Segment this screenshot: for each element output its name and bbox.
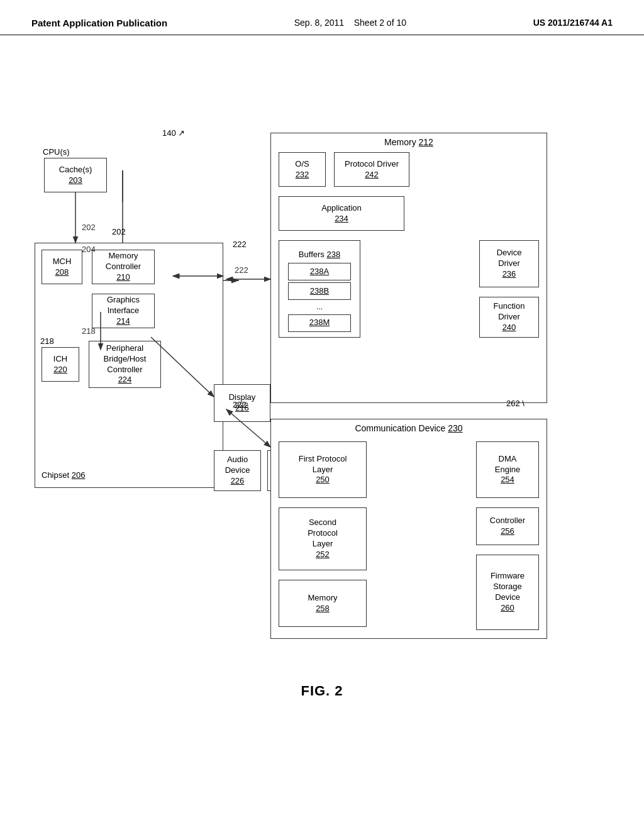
- ich-box: ICH 220: [42, 347, 79, 382]
- buffers-box: Buffers 238 238A 238B ... 238M: [279, 240, 360, 338]
- memory258-box: Memory 258: [279, 580, 367, 627]
- buf-238b: 238B: [288, 282, 351, 300]
- ref-262: 262 \: [506, 399, 525, 408]
- page-header: Patent Application Publication Sep. 8, 2…: [0, 0, 644, 35]
- audio-box: Audio Device 226: [214, 450, 261, 491]
- protocol-driver-box: Protocol Driver 242: [334, 152, 409, 187]
- svg-text:222: 222: [235, 265, 248, 275]
- buf-238a: 238A: [288, 263, 351, 280]
- svg-text:202: 202: [82, 223, 96, 232]
- os-box: O/S 232: [279, 152, 326, 187]
- mch-box: MCH 208: [42, 250, 82, 284]
- header-left: Patent Application Publication: [31, 18, 167, 28]
- diagram-area: 140 ↗ CPU(s) Cache(s) 203 202 204 MCH 20…: [0, 48, 644, 664]
- header-right: US 2011/216744 A1: [533, 18, 613, 28]
- second-proto-box: Second Protocol Layer 252: [279, 507, 367, 570]
- ref-202: 202: [112, 227, 126, 236]
- memory-controller-box: Memory Controller 210: [92, 250, 155, 284]
- func-driver-box: Function Driver 240: [479, 297, 539, 338]
- cache-box: Cache(s) 203: [44, 158, 107, 192]
- comm-device-title: Communication Device 230: [271, 423, 547, 433]
- header-center: Sep. 8, 2011 Sheet 2 of 10: [294, 18, 406, 28]
- cpu-label: CPU(s): [43, 147, 70, 157]
- memory212-title: Memory 212: [271, 137, 547, 147]
- memory212-outer-box: Memory 212 O/S 232 Protocol Driver 242 A…: [270, 133, 547, 403]
- controller256-box: Controller 256: [476, 507, 539, 545]
- ref-222a: 222: [233, 240, 247, 249]
- chipset-outer-box: MCH 208 Memory Controller 210 Graphics I…: [35, 243, 223, 488]
- ref-222b: 222: [233, 400, 247, 409]
- comm-device-outer-box: Communication Device 230 First Protocol …: [270, 419, 547, 639]
- fig-caption: FIG. 2: [0, 683, 644, 699]
- peripheral-box: Peripheral Bridge/Host Controller 224: [89, 341, 161, 388]
- ref-218: 218: [40, 336, 54, 346]
- buf-238m: 238M: [288, 314, 351, 332]
- device-driver-box: Device Driver 236: [479, 240, 539, 287]
- ref-140: 140 ↗: [162, 128, 185, 138]
- graphics-interface-box: Graphics Interface 214: [92, 294, 155, 328]
- chipset-label: Chipset 206: [42, 470, 85, 480]
- first-proto-box: First Protocol Layer 250: [279, 441, 367, 498]
- firmware-box: Firmware Storage Device 260: [476, 555, 539, 630]
- application-box: Application 234: [279, 196, 404, 231]
- dma-engine-box: DMA Engine 254: [476, 441, 539, 498]
